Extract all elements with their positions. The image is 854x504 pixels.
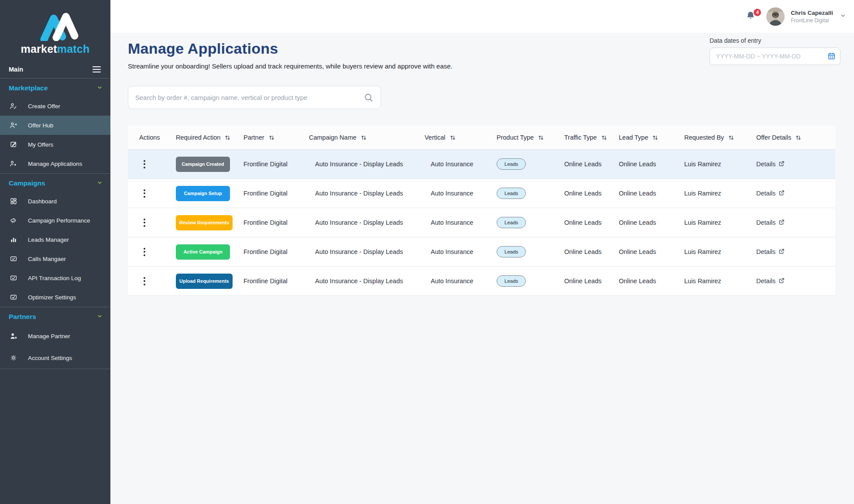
traffic-type-cell: Online Leads: [556, 278, 610, 285]
edit-square-icon: [10, 141, 17, 148]
chevron-down-icon: [97, 179, 103, 187]
sidebar-section-label: Marketplace: [9, 84, 48, 92]
required-action-button-review-requirements[interactable]: Review Requirements: [176, 215, 233, 230]
column-header-label: Actions: [139, 134, 160, 141]
date-filter-label: Data dates of entry: [710, 37, 840, 44]
chevron-down-icon: [97, 313, 103, 321]
date-range-input[interactable]: [710, 48, 840, 65]
bar-chart-icon: [10, 236, 17, 243]
sidebar-item-api-transaction-log[interactable]: API Transaction Log: [0, 268, 110, 288]
offer-details-cell: Details: [748, 248, 835, 256]
person-edit-icon: [10, 102, 17, 110]
column-header-lead-type[interactable]: Lead Type: [610, 134, 676, 141]
actions-cell: [128, 158, 167, 170]
sidebar-item-my-offers[interactable]: My Offers: [0, 135, 110, 154]
required-action-button-active-campaign[interactable]: Active Campaign: [176, 244, 230, 260]
offer-details-link[interactable]: Details: [756, 248, 785, 256]
dashboard-icon: [10, 197, 17, 205]
column-header-partner[interactable]: Partner: [235, 134, 300, 141]
applications-table: ActionsRequired ActionPartnerCampaign Na…: [128, 126, 835, 296]
column-header-label: Required Action: [176, 134, 220, 141]
external-link-icon: [779, 248, 785, 256]
sidebar-item-offer-hub[interactable]: Offer Hub: [0, 116, 110, 135]
column-header-vertical[interactable]: Vertical: [416, 134, 488, 141]
offer-details-label: Details: [756, 248, 775, 255]
vertical-cell: Auto Insurance: [416, 190, 488, 197]
user-organization: FrontLine Digital: [791, 17, 833, 24]
sidebar-item-account-settings[interactable]: Account Settings: [0, 347, 110, 369]
user-name: Chris Capezalli: [791, 10, 833, 16]
brand-logo: marketmatch: [0, 0, 110, 60]
column-header-product-type[interactable]: Product Type: [488, 134, 556, 141]
offer-details-cell: Details: [748, 190, 835, 197]
calendar-icon[interactable]: [827, 52, 836, 62]
sidebar-section-marketplace[interactable]: Marketplace: [0, 79, 110, 96]
user-avatar[interactable]: [766, 7, 785, 26]
table-header-row: ActionsRequired ActionPartnerCampaign Na…: [128, 126, 835, 150]
product-type-cell: Leads: [488, 158, 556, 170]
sidebar-section-items: DashboardCampaign PerformanceLeads Manag…: [0, 192, 110, 307]
hamburger-menu-icon[interactable]: [93, 66, 101, 72]
sort-icon[interactable]: [449, 134, 456, 141]
sidebar-item-dashboard[interactable]: Dashboard: [0, 192, 110, 211]
lead-type-cell: Online Leads: [610, 278, 676, 285]
sidebar-section-partners[interactable]: Partners: [0, 307, 110, 325]
sidebar-main-label: Main: [9, 66, 23, 73]
required-action-button-campaign-created[interactable]: Campaign Created: [176, 157, 230, 172]
column-header-campaign-name[interactable]: Campaign Name: [300, 134, 416, 141]
offer-details-link[interactable]: Details: [756, 219, 785, 226]
sidebar-item-leads-manager[interactable]: Leads Manager: [0, 230, 110, 249]
sidebar-item-manage-partner[interactable]: Manage Partner: [0, 325, 110, 347]
requested-by-cell: Luis Ramirez: [676, 190, 748, 197]
date-filter: Data dates of entry: [710, 37, 840, 65]
sidebar-item-campaign-performance[interactable]: Campaign Performance: [0, 211, 110, 230]
card-check-icon: [10, 274, 17, 282]
column-header-offer-details[interactable]: Offer Details: [748, 134, 835, 141]
offer-details-link[interactable]: Details: [756, 278, 785, 285]
offer-details-link[interactable]: Details: [756, 190, 785, 197]
sort-icon[interactable]: [728, 134, 734, 141]
sort-icon[interactable]: [538, 134, 544, 141]
sidebar-item-calls-mangaer[interactable]: Calls Mangaer: [0, 249, 110, 268]
offer-details-label: Details: [756, 278, 775, 285]
column-header-traffic-type[interactable]: Traffic Type: [556, 134, 610, 141]
actions-cell: [128, 275, 167, 287]
kebab-menu-icon[interactable]: [142, 246, 147, 258]
card-check-icon: [10, 293, 17, 301]
required-action-cell: Active Campaign: [167, 244, 235, 260]
sort-icon[interactable]: [268, 134, 275, 141]
person-plus-icon: [10, 121, 17, 129]
sort-icon[interactable]: [795, 134, 802, 141]
partner-cell: Frontline Digital: [235, 278, 300, 285]
sort-icon[interactable]: [652, 134, 659, 141]
sidebar-item-label: Manage Applications: [28, 161, 82, 167]
sort-icon[interactable]: [360, 134, 367, 141]
search-input[interactable]: [128, 86, 381, 109]
search-icon[interactable]: [363, 92, 374, 105]
column-header-requested-by[interactable]: Requested By: [676, 134, 748, 141]
required-action-cell: Review Requirements: [167, 215, 235, 230]
sidebar-item-create-offer[interactable]: Create Offer: [0, 96, 110, 116]
kebab-menu-icon[interactable]: [142, 217, 147, 229]
kebab-menu-icon[interactable]: [142, 275, 147, 287]
kebab-menu-icon[interactable]: [142, 188, 147, 199]
sidebar-item-label: Offer Hub: [28, 122, 53, 129]
requested-by-cell: Luis Ramirez: [676, 219, 748, 226]
user-menu-chevron-down-icon[interactable]: [840, 13, 846, 21]
notification-badge: 4: [754, 9, 761, 16]
required-action-button-upload-requirements[interactable]: Upload Requirements: [176, 274, 233, 289]
kebab-menu-icon[interactable]: [142, 158, 147, 170]
column-header-required-action[interactable]: Required Action: [167, 134, 235, 141]
sidebar-item-optimizer-settings[interactable]: Optimizer Settings: [0, 288, 110, 307]
offer-details-label: Details: [756, 161, 775, 168]
sort-icon[interactable]: [224, 134, 231, 141]
offer-details-link[interactable]: Details: [756, 161, 785, 168]
required-action-button-campaign-setup[interactable]: Campaign Setup: [176, 186, 230, 201]
column-header-label: Vertical: [425, 134, 446, 141]
sidebar-item-manage-applications[interactable]: Manage Applications: [0, 154, 110, 173]
sidebar-section-campaigns[interactable]: Campaigns: [0, 174, 110, 192]
notifications-button[interactable]: 4: [745, 10, 756, 23]
product-type-badge: Leads: [497, 275, 526, 287]
requested-by-cell: Luis Ramirez: [676, 161, 748, 168]
sort-icon[interactable]: [601, 134, 607, 141]
